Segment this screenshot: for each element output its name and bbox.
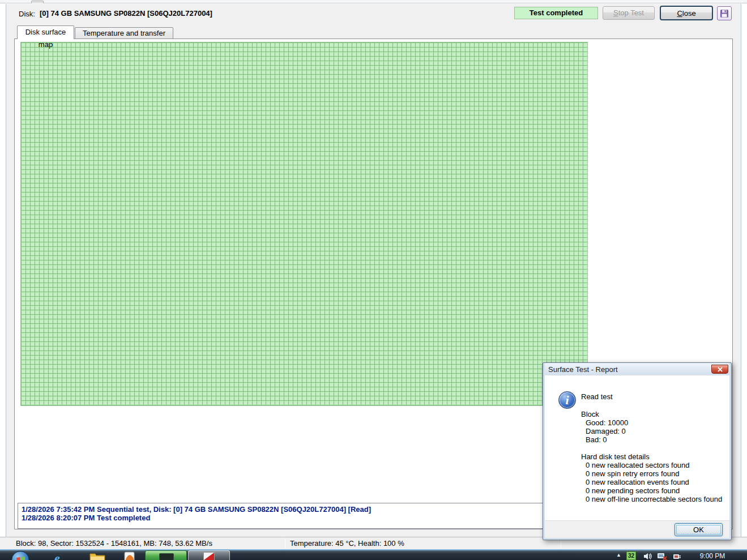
power-plug-icon[interactable] (673, 552, 682, 560)
volume-icon[interactable] (643, 552, 652, 560)
surface-map[interactable] (20, 42, 588, 406)
dialog-heading: Read test (581, 392, 723, 401)
stop-test-label: Stop Test (603, 7, 654, 19)
save-report-button[interactable] (717, 6, 732, 20)
taskbar-app-disk-sentinel[interactable] (145, 550, 187, 560)
taskbar-app-surface-test[interactable] (188, 550, 230, 560)
dialog-details-title: Hard disk test details (581, 452, 723, 461)
dialog-detail-line: 0 new reallocated sectors found (581, 461, 723, 469)
stop-test-button[interactable]: Stop Test (603, 6, 655, 20)
dialog-block-title: Block (581, 410, 723, 418)
windows-logo-icon (12, 557, 25, 560)
app-shortcut-icon[interactable] (123, 552, 136, 560)
file-explorer-icon[interactable] (89, 552, 105, 560)
dialog-detail-line: 0 new pending sectors found (581, 486, 723, 495)
test-status-badge: Test completed (514, 7, 598, 19)
statusbar-temp-health: Temperature: 45 °C, Health: 100 % (290, 539, 404, 548)
surface-test-app-icon (203, 552, 215, 560)
dialog-block-damaged: Damaged: 0 (581, 427, 723, 435)
tab-temperature-speed[interactable]: Temperature and transfer speed (75, 27, 173, 39)
internet-explorer-icon[interactable]: e (54, 551, 60, 560)
window-top-edge (0, 0, 747, 3)
disk-label: Disk: (19, 10, 35, 18)
dialog-detail-line: 0 new spin retry errors found (581, 469, 723, 478)
disk-value: [0] 74 GB SAMSUNG SP0822N [S06QJ20L72700… (40, 9, 212, 18)
close-button[interactable]: Close (660, 6, 713, 20)
close-label: Close (661, 7, 712, 20)
ok-button[interactable]: OK (675, 523, 723, 536)
window-top-nub (31, 1, 44, 3)
tray-expand-icon[interactable]: ▲ (616, 552, 621, 558)
start-button[interactable] (11, 551, 29, 560)
dialog-close-button[interactable] (711, 365, 728, 374)
close-icon (718, 365, 723, 374)
tray-temperature-badge[interactable]: 32 (626, 552, 636, 560)
dialog-detail-line: 0 new off-line uncorrectable sectors fou… (581, 495, 723, 503)
taskbar-clock[interactable]: 9:00 PM (692, 552, 733, 560)
dialog-titlebar[interactable]: Surface Test - Report (545, 363, 729, 375)
statusbar-divider (285, 538, 285, 549)
dialog-detail-line: 0 new reallocation events found (581, 478, 723, 486)
document-icon (123, 553, 136, 560)
tab-disk-surface-map[interactable]: Disk surface map (17, 25, 74, 39)
folder-icon (89, 554, 105, 560)
network-icon[interactable] (657, 552, 667, 560)
dialog-text: Read test Block Good: 10000 Damaged: 0 B… (581, 392, 723, 503)
statusbar-block-info: Block: 98, Sector: 1532524 - 1548161, MB… (16, 539, 212, 548)
surface-test-report-dialog: Surface Test - Report i Read test Block … (543, 362, 732, 540)
floppy-disk-icon (718, 7, 731, 20)
information-icon: i (558, 391, 576, 409)
taskbar: e ▲ 32 (0, 549, 747, 560)
hard-disk-icon (159, 553, 174, 560)
screen: Disk: [0] 74 GB SAMSUNG SP0822N [S06QJ20… (0, 0, 747, 560)
dialog-body: i Read test Block Good: 10000 Damaged: 0… (545, 375, 729, 520)
dialog-block-good: Good: 10000 (581, 418, 723, 427)
dialog-footer: OK (545, 520, 729, 538)
dialog-block-bad: Bad: 0 (581, 435, 723, 444)
dialog-title: Surface Test - Report (548, 365, 618, 374)
